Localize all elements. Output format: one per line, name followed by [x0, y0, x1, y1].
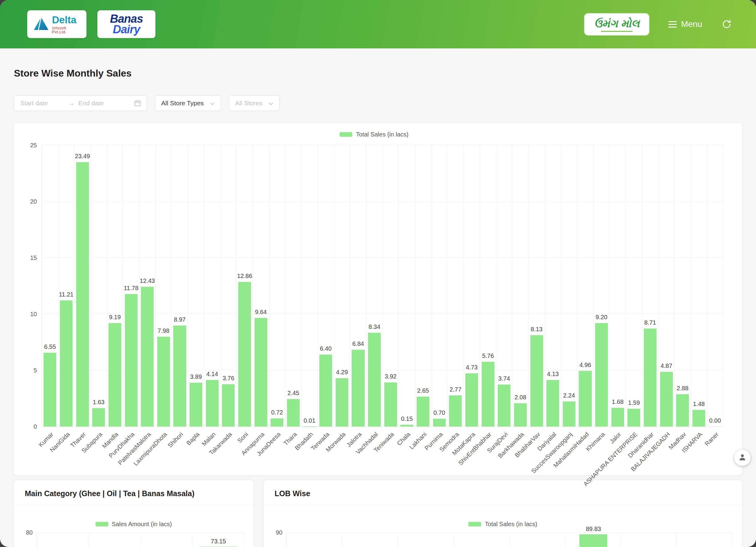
bar-slot: 2.24SuccesSwaroopganj [561, 145, 578, 427]
bar-BhabharVav[interactable]: 8.13 [530, 335, 543, 427]
bar-ISHARVA[interactable]: 1.48 [692, 410, 705, 427]
store-select[interactable]: All Stores [229, 95, 280, 111]
bar-slot: 2.65Lakhani [415, 145, 432, 427]
bar-LaxmipuraDhota[interactable]: 7.98 [157, 337, 170, 427]
bar-Madhav[interactable]: 2.88 [676, 394, 689, 427]
start-date-input[interactable] [20, 99, 65, 107]
refresh-icon[interactable] [722, 19, 732, 29]
bar-value-label: 1.59 [628, 399, 640, 406]
bar-PurvDhakha[interactable]: 11.78 [125, 294, 137, 427]
bar-slot: 2.45Thara [285, 145, 302, 427]
bar-Jalotra[interactable]: 6.84 [352, 350, 364, 427]
store-type-select[interactable]: All Store Types [155, 95, 221, 111]
bar-Malan[interactable]: 4.14 [206, 380, 219, 427]
calendar-icon[interactable] [134, 99, 141, 107]
v-gridline-column [286, 533, 342, 547]
bar-slot: 2.77Semodra [448, 145, 464, 427]
y-axis-tick: 25 [30, 142, 37, 149]
bar-lob[interactable]: 89.83 [579, 534, 607, 547]
bar-ASHAPURA ENTERPRISE[interactable]: 1.59 [627, 409, 640, 427]
bar-slot: 12.86Soni [237, 145, 253, 427]
bar-Morwada[interactable]: 4.29 [336, 378, 348, 427]
end-date-input[interactable] [78, 99, 123, 107]
bar-Terwada[interactable]: 6.40 [319, 355, 332, 427]
bar-value-label: 3.89 [190, 373, 202, 380]
bar-Vachhadal[interactable]: 8.34 [368, 333, 381, 427]
bar-slot: 4.73MotaKapra [464, 145, 480, 427]
bar-slot: 0.01Bhadath [301, 145, 318, 427]
bar-Bapla[interactable]: 3.89 [190, 383, 202, 427]
bar-SuccesSwaroopganj[interactable]: 2.24 [563, 402, 575, 427]
bar-value-label: 2.24 [563, 392, 575, 399]
delta-triangle-icon [33, 17, 49, 32]
bar-Lakhani[interactable]: 2.65 [417, 397, 429, 427]
bar-Dariyalal[interactable]: 4.13 [546, 380, 559, 427]
bar-JunaDeesa[interactable]: 0.72 [271, 418, 283, 427]
banas-dairy-logo: Banas Dairy [97, 10, 155, 38]
bar-value-label: 4.73 [466, 364, 477, 371]
person-icon [738, 453, 747, 463]
bar-value-label: 1.63 [93, 399, 105, 406]
lob-wise-legend: Total Sales (in lacs) [264, 521, 742, 528]
bar-Chala[interactable]: 0.15 [400, 425, 413, 427]
store-type-value: All Store Types [161, 99, 204, 107]
bar-slot: 4.96MahalaxmiHadad [577, 145, 594, 427]
legend-label: Sales Amount (in lacs) [112, 521, 172, 528]
bar-ShivEntBhabhar[interactable]: 5.76 [482, 362, 494, 427]
bar-Shihori[interactable]: 8.97 [173, 326, 186, 427]
bar-Dharanidhar[interactable]: 8.71 [644, 329, 657, 427]
v-gridline-column [89, 533, 141, 547]
date-range-picker[interactable]: → [14, 95, 147, 111]
bar-value-label: 8.71 [644, 319, 656, 326]
bar-value-label: 6.40 [320, 345, 332, 352]
bar-Purnima[interactable]: 0.70 [433, 419, 446, 427]
bar-slot: 1.48ISHARVA [691, 145, 707, 427]
y-axis-tick: 15 [30, 254, 37, 261]
bar-Soni[interactable]: 12.86 [238, 282, 251, 427]
bar-value-label: 4.14 [206, 371, 218, 378]
x-axis-label: Bapla [185, 431, 201, 447]
bar-Mandla[interactable]: 9.19 [109, 323, 121, 427]
v-gridline-column [454, 533, 510, 547]
bar-value-label: 2.08 [514, 394, 526, 401]
y-axis-tick: 20 [30, 198, 37, 205]
bar-PatelvasMalotra[interactable]: 12.43 [141, 287, 154, 427]
bar-slot: 1.63Subapura [91, 145, 107, 427]
bar-Khimana[interactable]: 9.20 [595, 323, 608, 427]
delta-logo-subtitle: Infosoft Pvt.Ltd. [52, 26, 80, 34]
bar-Subapura[interactable]: 1.63 [92, 408, 105, 427]
bar-Kumar[interactable]: 6.55 [44, 353, 56, 427]
menu-button[interactable]: Menu [668, 19, 702, 29]
store-chart-plot: 6.55Kumar11.21NaniGida23.49Thaver1.63Sub… [42, 145, 723, 427]
bar-value-label: 73.15 [211, 538, 226, 545]
bar-slot: 8.13BhabharVav [529, 145, 545, 427]
bar-value-label: 12.43 [140, 278, 155, 285]
bar-Thara[interactable]: 2.45 [287, 399, 300, 427]
bar-Jalor[interactable]: 1.68 [611, 408, 624, 427]
bar-Semodra[interactable]: 2.77 [449, 396, 462, 427]
page-title: Store Wise Monthly Sales [14, 68, 742, 79]
bar-value-label: 1.68 [612, 399, 624, 405]
bar-SurajDevi[interactable]: 3.74 [498, 385, 510, 427]
user-avatar-button[interactable] [734, 450, 751, 466]
bar-value-label: 0.15 [401, 415, 413, 422]
bar-Takarwada[interactable]: 3.76 [222, 384, 235, 427]
bar-Teniwada[interactable]: 3.92 [384, 383, 397, 427]
bar-NaniGida[interactable]: 11.21 [60, 301, 73, 427]
store-chart-slots: 6.55Kumar11.21NaniGida23.49Thaver1.63Sub… [42, 145, 723, 427]
bar-Barkhawada[interactable]: 2.08 [514, 403, 527, 427]
bar-MahalaxmiHadad[interactable]: 4.96 [579, 371, 591, 427]
bar-MotaKapra[interactable]: 4.73 [465, 373, 478, 427]
bar-Annapurna[interactable]: 9.64 [255, 318, 267, 427]
bar-slot: 7.98LaxmipuraDhota [155, 145, 172, 427]
legend-label: Total Sales (in lacs) [485, 521, 537, 528]
bar-slot: 3.89Bapla [188, 145, 204, 427]
card-divider [264, 505, 742, 506]
bar-Thaver[interactable]: 23.49 [76, 162, 89, 427]
store-select-value: All Stores [235, 99, 262, 107]
app-window: Delta Infosoft Pvt.Ltd. Banas Dairy ઉમંગ… [0, 0, 756, 547]
chevron-down-icon [269, 99, 273, 107]
bar-slot: 8.97Shihori [172, 145, 188, 427]
bar-BALAJIVAJEGADH[interactable]: 4.87 [660, 372, 673, 427]
main-category-chart-card: Main Category (Ghee | Oil | Tea | Banas … [14, 480, 253, 547]
